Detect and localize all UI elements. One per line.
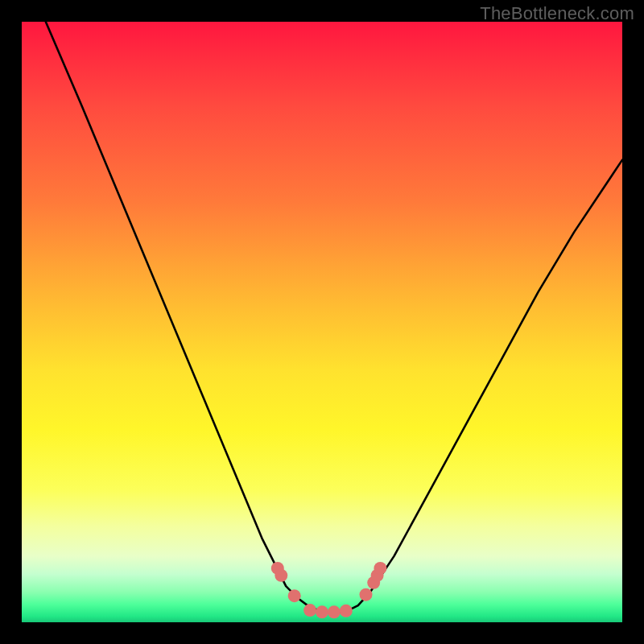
marker-bottom-1 — [303, 604, 316, 617]
marker-bottom-2 — [316, 605, 328, 618]
chart-frame: TheBottleneck.com — [0, 0, 644, 644]
watermark-label: TheBottleneck.com — [480, 3, 634, 24]
marker-bottom-3 — [328, 605, 341, 618]
bottleneck-curve — [46, 22, 622, 613]
marker-left-3 — [288, 589, 301, 602]
marker-bottom-4 — [340, 605, 353, 617]
marker-right-1 — [360, 588, 373, 601]
marker-left-2 — [275, 569, 287, 582]
chart-svg — [22, 22, 622, 622]
marker-right-4 — [374, 562, 386, 575]
